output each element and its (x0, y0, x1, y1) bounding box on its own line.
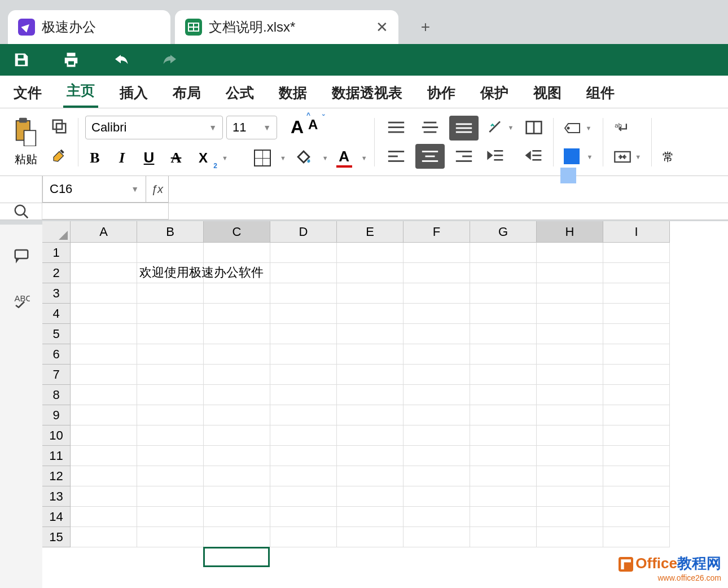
cell[interactable] (404, 344, 470, 365)
cell[interactable] (470, 527, 537, 547)
align-left-button[interactable] (381, 144, 411, 169)
cell[interactable] (270, 466, 337, 486)
cell[interactable] (537, 446, 603, 466)
cell[interactable] (71, 385, 137, 405)
cell[interactable] (404, 283, 470, 304)
cell[interactable] (470, 385, 537, 405)
cell[interactable] (270, 344, 337, 365)
align-bottom-button[interactable] (449, 116, 479, 141)
cell[interactable] (204, 527, 270, 547)
align-right-button[interactable] (449, 144, 479, 169)
column-header[interactable]: G (470, 221, 537, 243)
column-header[interactable]: H (537, 221, 603, 243)
column-header[interactable]: I (603, 221, 670, 243)
cell[interactable] (470, 446, 537, 466)
cell[interactable] (270, 486, 337, 507)
cell[interactable] (270, 263, 337, 283)
cell[interactable] (337, 446, 404, 466)
cell[interactable] (137, 425, 204, 446)
font-size-select[interactable]: 11 ▼ (226, 116, 277, 139)
row-header[interactable]: 15 (42, 527, 71, 547)
cell[interactable] (537, 385, 603, 405)
cell[interactable] (337, 527, 404, 547)
chevron-down-icon[interactable]: ▼ (322, 155, 328, 161)
orientation-button[interactable]: ▼ (486, 119, 514, 137)
borders-button[interactable] (254, 150, 271, 166)
row-header[interactable]: 10 (42, 425, 71, 446)
cell[interactable] (470, 466, 537, 486)
app-tab[interactable]: 极速办公 (8, 10, 170, 44)
cell[interactable] (603, 365, 670, 385)
menu-file[interactable]: 文件 (10, 79, 45, 108)
cell[interactable] (537, 405, 603, 425)
paste-button[interactable] (14, 117, 38, 148)
font-family-select[interactable]: Calibri ▼ (85, 116, 223, 139)
cell[interactable] (603, 466, 670, 486)
cell[interactable] (470, 507, 537, 527)
cell[interactable] (270, 405, 337, 425)
font-color-button[interactable]: A (336, 148, 352, 168)
cell[interactable] (270, 283, 337, 304)
cell[interactable] (603, 425, 670, 446)
cell[interactable] (137, 527, 204, 547)
print-button[interactable] (61, 50, 81, 70)
cell[interactable] (537, 304, 603, 324)
copy-button[interactable] (51, 118, 68, 137)
cell[interactable] (71, 507, 137, 527)
cell[interactable] (603, 527, 670, 547)
cell[interactable] (603, 446, 670, 466)
cell[interactable] (537, 425, 603, 446)
cell[interactable] (404, 385, 470, 405)
cell[interactable] (137, 446, 204, 466)
row-header[interactable]: 14 (42, 507, 71, 527)
cell[interactable] (204, 324, 270, 344)
cell[interactable] (337, 466, 404, 486)
cell[interactable] (137, 283, 204, 304)
undo-button[interactable] (111, 50, 131, 70)
cell[interactable] (537, 507, 603, 527)
cell[interactable] (71, 425, 137, 446)
row-header[interactable]: 3 (42, 283, 71, 304)
merge-center-button[interactable]: ▼ (613, 148, 641, 166)
cell[interactable] (603, 324, 670, 344)
cell[interactable] (470, 283, 537, 304)
name-tag-button[interactable]: ▼ (564, 119, 593, 137)
outdent-button[interactable] (525, 148, 543, 166)
cell[interactable] (204, 425, 270, 446)
select-all-corner[interactable] (42, 221, 71, 243)
align-center-button[interactable] (415, 144, 445, 169)
wrap-text-button[interactable]: ab (613, 119, 641, 137)
spreadsheet-grid[interactable]: ABCDEFGHI 123456789101112131415 欢迎使用极速办公… (42, 221, 728, 588)
row-header[interactable]: 1 (42, 243, 71, 263)
row-header[interactable]: 2 (42, 263, 71, 283)
cell[interactable] (270, 507, 337, 527)
cell[interactable] (137, 405, 204, 425)
merge-cells-button[interactable] (525, 119, 543, 137)
cell[interactable] (404, 486, 470, 507)
cell[interactable] (537, 344, 603, 365)
increase-font-button[interactable]: A (291, 117, 304, 138)
menu-insert[interactable]: 插入 (116, 79, 151, 108)
fx-button[interactable]: ƒx (146, 176, 169, 203)
cell[interactable] (603, 507, 670, 527)
comment-icon[interactable] (12, 246, 31, 265)
cell[interactable] (71, 365, 137, 385)
cell[interactable] (337, 425, 404, 446)
cell[interactable] (603, 304, 670, 324)
search-icon[interactable] (12, 202, 31, 221)
column-header[interactable]: C (204, 221, 270, 243)
subscript-button[interactable]: X (194, 148, 213, 168)
cell[interactable] (204, 365, 270, 385)
bold-button[interactable]: B (85, 148, 104, 168)
cell[interactable] (470, 486, 537, 507)
cell[interactable] (470, 344, 537, 365)
cell[interactable] (470, 365, 537, 385)
cell[interactable] (71, 304, 137, 324)
cell[interactable] (603, 283, 670, 304)
row-header[interactable]: 4 (42, 304, 71, 324)
cell[interactable] (603, 263, 670, 283)
cell[interactable] (470, 425, 537, 446)
menu-component[interactable]: 组件 (583, 79, 618, 108)
menu-protect[interactable]: 保护 (477, 79, 512, 108)
cell[interactable] (204, 466, 270, 486)
